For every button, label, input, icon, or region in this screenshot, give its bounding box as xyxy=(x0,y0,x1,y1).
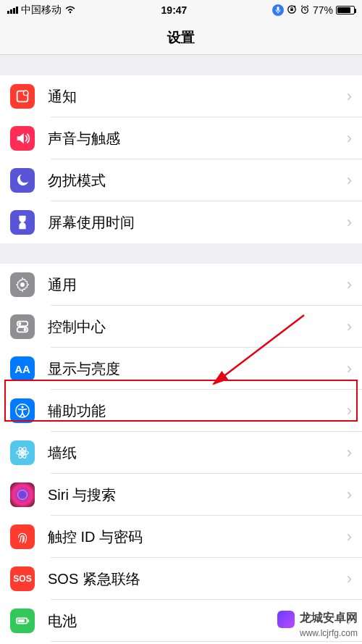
chevron-right-icon: › xyxy=(347,171,352,190)
svg-point-17 xyxy=(21,406,23,408)
row-label: 显示与亮度 xyxy=(48,359,347,379)
row-label: 通知 xyxy=(48,87,347,106)
status-time: 19:47 xyxy=(161,4,188,16)
chevron-right-icon: › xyxy=(347,527,352,546)
controlcenter-icon xyxy=(10,314,35,339)
row-label: 墙纸 xyxy=(48,443,347,463)
row-dnd[interactable]: 勿扰模式 › xyxy=(0,159,362,201)
notifications-icon xyxy=(10,84,35,109)
chevron-right-icon: › xyxy=(347,213,352,232)
watermark: 龙城安卓网 www.lcjrfg.com xyxy=(277,611,358,640)
row-notifications[interactable]: 通知 › xyxy=(0,75,362,117)
watermark-site: 龙城安卓网 xyxy=(300,612,358,624)
touchid-icon xyxy=(10,524,35,549)
wallpaper-icon xyxy=(10,440,35,465)
svg-rect-25 xyxy=(18,619,25,622)
dnd-icon xyxy=(10,168,35,193)
svg-point-22 xyxy=(18,490,28,500)
chevron-right-icon: › xyxy=(347,317,352,336)
chevron-right-icon: › xyxy=(347,401,352,420)
svg-point-11 xyxy=(20,283,25,287)
row-display[interactable]: AA 显示与亮度 › xyxy=(0,348,362,390)
svg-point-13 xyxy=(18,322,21,325)
signal-icon xyxy=(7,7,18,14)
general-icon xyxy=(10,272,35,297)
row-label: 辅助功能 xyxy=(48,401,347,421)
orientation-lock-icon xyxy=(287,4,297,17)
chevron-right-icon: › xyxy=(347,359,352,378)
display-icon: AA xyxy=(10,356,35,381)
row-label: 屏幕使用时间 xyxy=(48,213,347,233)
sos-icon: SOS xyxy=(10,566,35,591)
row-label: 控制中心 xyxy=(48,317,347,337)
status-right: 77% xyxy=(272,4,355,17)
screentime-icon xyxy=(10,210,35,235)
row-sounds[interactable]: 声音与触感 › xyxy=(0,117,362,159)
row-label: 触控 ID 与密码 xyxy=(48,527,347,547)
chevron-right-icon: › xyxy=(347,275,352,294)
status-left: 中国移动 xyxy=(7,4,76,17)
settings-group-2: 通用 › 控制中心 › AA 显示与亮度 › 辅助功能 › 墙纸 › Siri … xyxy=(0,264,362,644)
nav-bar: 设置 xyxy=(0,20,362,55)
chevron-right-icon: › xyxy=(347,569,352,588)
svg-line-7 xyxy=(301,5,303,6)
svg-point-18 xyxy=(21,451,25,455)
row-general[interactable]: 通用 › xyxy=(0,264,362,306)
battery-row-icon xyxy=(10,609,35,633)
row-touchid[interactable]: 触控 ID 与密码 › xyxy=(0,516,362,558)
watermark-logo-icon xyxy=(277,611,295,628)
svg-line-8 xyxy=(307,5,308,6)
svg-point-10 xyxy=(23,91,28,95)
status-bar: 中国移动 19:47 77% xyxy=(0,0,362,20)
row-screentime[interactable]: 屏幕使用时间 › xyxy=(0,201,362,243)
battery-pct: 77% xyxy=(313,4,333,16)
row-label: 声音与触感 xyxy=(48,129,347,149)
row-controlcenter[interactable]: 控制中心 › xyxy=(0,306,362,348)
row-accessibility[interactable]: 辅助功能 › xyxy=(0,390,362,432)
row-wallpaper[interactable]: 墙纸 › xyxy=(0,432,362,474)
page-title: 设置 xyxy=(167,28,195,47)
wifi-icon xyxy=(64,4,76,16)
sounds-icon xyxy=(10,126,35,151)
row-label: 通用 xyxy=(48,275,347,295)
carrier-label: 中国移动 xyxy=(21,4,62,17)
row-siri[interactable]: Siri 与搜索 › xyxy=(0,474,362,516)
row-label: SOS 紧急联络 xyxy=(48,569,347,589)
svg-point-15 xyxy=(24,328,27,331)
watermark-url: www.lcjrfg.com xyxy=(300,628,358,638)
chevron-right-icon: › xyxy=(347,485,352,504)
row-label: Siri 与搜索 xyxy=(48,485,347,505)
chevron-right-icon: › xyxy=(347,87,352,106)
chevron-right-icon: › xyxy=(347,443,352,462)
voice-icon xyxy=(272,4,284,16)
siri-icon xyxy=(10,482,35,507)
chevron-right-icon: › xyxy=(347,129,352,148)
svg-rect-24 xyxy=(28,619,29,622)
svg-rect-0 xyxy=(277,7,279,11)
settings-group-1: 通知 › 声音与触感 › 勿扰模式 › 屏幕使用时间 › xyxy=(0,75,362,243)
accessibility-icon xyxy=(10,398,35,423)
svg-rect-3 xyxy=(290,9,293,11)
row-label: 勿扰模式 xyxy=(48,171,347,191)
alarm-icon xyxy=(300,4,310,17)
battery-icon xyxy=(336,6,355,14)
row-sos[interactable]: SOS SOS 紧急联络 › xyxy=(0,558,362,600)
